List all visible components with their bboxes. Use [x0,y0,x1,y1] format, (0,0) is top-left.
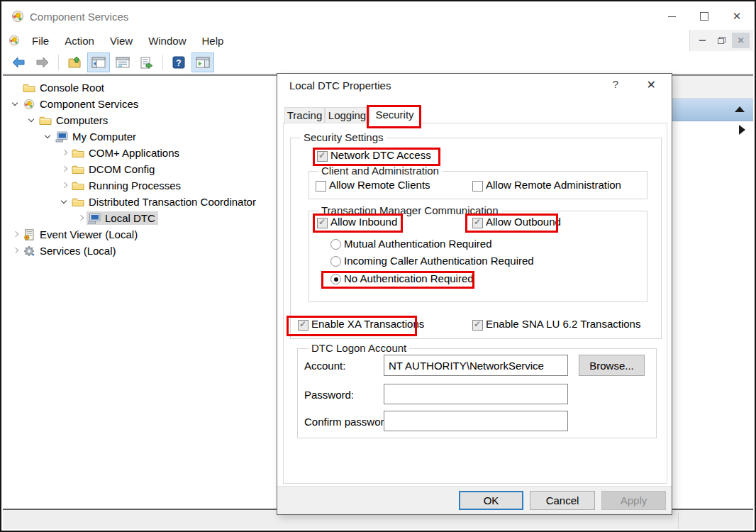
toolbar: ? [3,51,753,74]
apply-button[interactable]: Apply [601,491,666,510]
tree-expander-icon[interactable] [59,196,70,208]
incoming-caller-authentication-required-radio[interactable] [330,256,341,267]
mutual-authentication-required-label: Mutual Authentication Required [344,238,491,250]
enable-xa-transactions-checkbox[interactable] [298,320,308,331]
tree-item-icon [23,229,35,240]
show-action-pane-button[interactable] [191,52,214,72]
tree-item-label: Component Services [40,98,138,110]
component-services-menu-icon [9,35,20,46]
up-one-level-button[interactable] [63,52,86,72]
enable-sna-lu62-transactions-label: Enable SNA LU 6.2 Transactions [486,318,640,330]
help-button[interactable]: ? [167,52,190,72]
tree-item-label: Console Root [40,82,104,94]
allow-outbound-checkbox[interactable] [472,218,483,228]
mdi-minimize-button[interactable] [694,33,711,48]
tree-expander-icon[interactable] [26,115,38,126]
menu-action[interactable]: Action [57,32,102,50]
tree-expander-icon[interactable] [10,229,21,240]
allow-remote-administration-checkbox[interactable] [472,181,483,192]
close-button[interactable]: ✕ [721,3,753,30]
security-settings-group-label: Security Settings [301,131,387,143]
up-one-level-icon [67,56,82,69]
allow-remote-clients-label: Allow Remote Clients [329,179,430,191]
properties-button[interactable] [111,52,134,72]
menu-help[interactable]: Help [194,32,231,50]
mdi-close-button[interactable]: ✕ [732,33,750,48]
tree-item-label: Computers [56,114,108,126]
mdi-close-icon: ✕ [737,35,744,45]
tree-expander-icon[interactable] [59,148,70,159]
allow-inbound-checkbox[interactable] [317,218,328,228]
ok-button[interactable]: OK [459,491,523,510]
tree-expander-icon[interactable] [10,245,21,257]
mdi-minimize-icon [699,40,706,41]
allow-inbound-label: Allow Inbound [330,216,397,228]
no-authentication-required-radio[interactable] [330,274,341,284]
export-list-icon [140,57,154,69]
properties-icon [116,57,130,68]
forward-button[interactable] [31,52,54,72]
mdi-restore-icon [718,37,726,44]
account-input[interactable] [384,355,568,376]
network-dtc-access-label: Network DTC Access [330,149,431,161]
tree-expander-icon[interactable] [75,213,87,224]
browse-button[interactable]: Browse... [579,355,645,376]
show-action-pane-icon [196,57,210,68]
show-console-tree-button[interactable] [87,52,110,72]
tree-expander-icon[interactable] [59,180,70,192]
account-label: Account: [304,360,345,372]
minimize-button[interactable] [655,3,688,30]
local-dtc-properties-dialog: Local DTC Properties ? ✕ Tracing Logging… [277,73,672,515]
actions-pane-section-header[interactable] [671,99,753,121]
allow-outbound-label: Allow Outbound [486,216,561,228]
dialog-help-button[interactable]: ? [613,78,618,90]
tree-item-label: COM+ Applications [89,147,179,159]
dialog-close-button[interactable]: ✕ [647,78,656,92]
dialog-title: Local DTC Properties [289,79,391,92]
enable-sna-lu62-transactions-checkbox[interactable] [472,320,483,331]
toolbar-separator [162,55,163,70]
incoming-caller-authentication-required-label: Incoming Caller Authentication Required [344,255,534,267]
password-input[interactable] [384,384,568,404]
show-console-tree-icon [91,57,106,68]
tab-logging[interactable]: Logging [325,107,369,123]
enable-xa-transactions-label: Enable XA Transactions [311,318,424,330]
back-arrow-icon [11,56,26,69]
tree-item-icon [55,131,68,143]
tree-expander-icon[interactable] [59,164,70,175]
chevron-up-icon[interactable] [735,106,745,112]
tree-expander-icon[interactable] [10,99,21,110]
tree-expander-icon[interactable] [43,131,54,143]
menu-view[interactable]: View [102,32,140,50]
help-icon: ? [172,56,185,69]
tree-item-icon [23,245,35,257]
tree-item-icon [72,164,84,175]
maximize-button[interactable] [688,3,721,30]
tab-tracing[interactable]: Tracing [284,107,325,123]
menu-window[interactable]: Window [140,32,194,50]
mutual-authentication-required-radio[interactable] [330,239,341,250]
menu-file[interactable]: File [24,32,57,50]
cancel-button[interactable]: Cancel [530,491,595,510]
client-and-administration-group-label: Client and Administration [318,165,442,177]
back-button[interactable] [7,52,30,72]
mdi-restore-button[interactable] [713,33,730,48]
tree-item-label: My Computer [72,131,136,143]
tree-item-label: Distributed Transaction Coordinator [89,196,256,208]
confirm-password-input[interactable] [384,411,568,431]
component-services-app-icon [11,10,24,23]
network-dtc-access-checkbox[interactable] [317,151,328,162]
minimize-icon [668,16,676,17]
no-authentication-required-label: No Authentication Required [344,272,474,284]
tree-expander-icon[interactable] [10,82,21,94]
window-title: Component Services [30,11,128,23]
dtc-logon-account-group-label: DTC Logon Account [308,342,409,354]
password-label: Password: [304,389,354,401]
tree-item-label: Local DTC [105,212,155,224]
tree-item-label: Running Processes [89,179,181,192]
allow-remote-clients-checkbox[interactable] [316,181,326,192]
mdi-window-controls: ✕ [689,30,753,51]
more-actions-arrow-icon[interactable] [739,125,745,135]
export-list-button[interactable] [135,52,158,72]
tab-security[interactable]: Security [369,105,420,123]
